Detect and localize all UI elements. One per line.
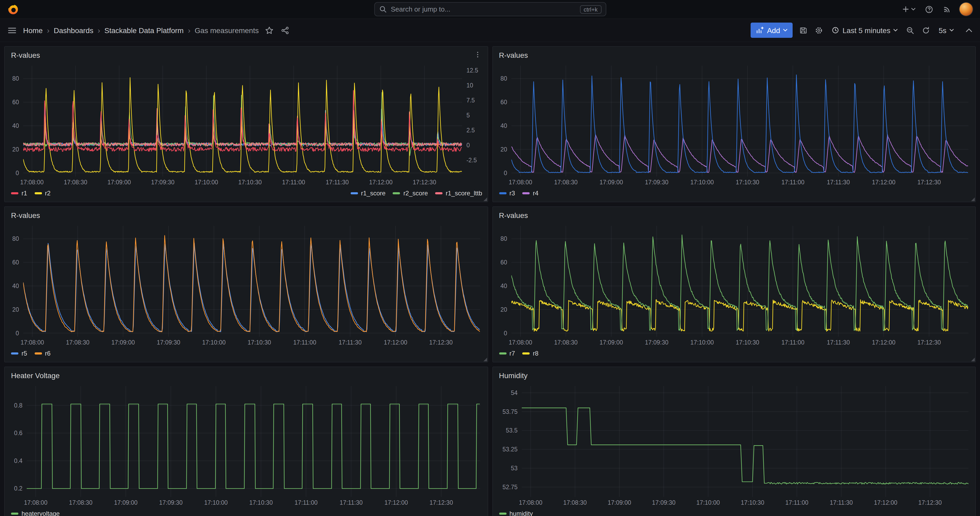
top-navigation-bar: Search or jump to... ctrl+k xyxy=(0,0,980,19)
svg-text:17:10:30: 17:10:30 xyxy=(249,499,273,506)
series-name: heatervoltage xyxy=(22,510,60,516)
svg-text:7.5: 7.5 xyxy=(466,97,475,104)
panel-chart[interactable]: 17:08:0017:08:3017:09:0017:09:3017:10:00… xyxy=(10,383,482,508)
grafana-app: Search or jump to... ctrl+k xyxy=(0,0,980,516)
series-color-swatch xyxy=(499,192,506,194)
legend-item[interactable]: heatervoltage xyxy=(11,510,60,516)
search-shortcut: ctrl+k xyxy=(580,5,601,13)
panel-legend: heatervoltage xyxy=(10,508,482,516)
refresh-button[interactable] xyxy=(921,25,931,35)
share-dashboard-button[interactable] xyxy=(280,25,290,35)
chart-svg: 17:08:0017:08:3017:09:0017:09:3017:10:00… xyxy=(498,383,970,508)
svg-text:17:12:30: 17:12:30 xyxy=(917,339,941,346)
breadcrumb-home[interactable]: Home xyxy=(23,26,43,34)
mega-menu-toggle[interactable] xyxy=(6,24,18,36)
svg-text:17:11:30: 17:11:30 xyxy=(340,499,363,506)
panel-chart[interactable]: 17:08:0017:08:3017:09:0017:09:3017:10:00… xyxy=(10,62,482,188)
panel-resize-handle[interactable] xyxy=(971,197,975,201)
legend-left-group: r1r2 xyxy=(11,190,51,197)
add-panel-button[interactable]: Add xyxy=(751,22,792,38)
refresh-interval-picker[interactable]: 5s xyxy=(936,24,956,37)
panel-resize-handle[interactable] xyxy=(483,197,487,201)
panel-chart[interactable]: 17:08:0017:08:3017:09:0017:09:3017:10:00… xyxy=(498,223,970,348)
svg-text:52.75: 52.75 xyxy=(502,484,517,491)
svg-text:17:08:00: 17:08:00 xyxy=(20,179,44,186)
svg-text:12.5: 12.5 xyxy=(466,67,478,74)
legend-item[interactable]: humidity xyxy=(499,510,533,516)
legend-item[interactable]: r6 xyxy=(34,350,50,357)
kiosk-toggle-button[interactable] xyxy=(964,27,974,33)
dashboard-settings-button[interactable] xyxy=(814,25,824,35)
svg-text:40: 40 xyxy=(500,283,507,289)
svg-text:40: 40 xyxy=(12,283,19,289)
legend-item[interactable]: r1_score_lttb xyxy=(435,190,482,197)
svg-text:17:12:00: 17:12:00 xyxy=(369,179,393,186)
legend-item[interactable]: r4 xyxy=(522,190,538,197)
panel-header[interactable]: Heater Voltage xyxy=(10,370,482,383)
series-color-swatch xyxy=(499,352,506,355)
series-color-swatch xyxy=(435,192,442,194)
svg-text:0: 0 xyxy=(16,170,19,177)
legend-item[interactable]: r1 xyxy=(11,190,27,197)
save-dashboard-button[interactable] xyxy=(798,25,808,35)
svg-text:17:09:30: 17:09:30 xyxy=(157,339,180,346)
panel-header[interactable]: R-values xyxy=(498,50,970,62)
news-rss-button[interactable] xyxy=(942,4,952,14)
series-color-swatch xyxy=(11,513,18,515)
svg-text:17:12:00: 17:12:00 xyxy=(385,499,408,506)
grafana-logo-icon[interactable] xyxy=(7,3,19,15)
clock-icon xyxy=(832,26,839,34)
svg-text:0.4: 0.4 xyxy=(14,457,22,464)
svg-text:10: 10 xyxy=(466,82,473,89)
panel-header[interactable]: Humidity xyxy=(498,370,970,383)
svg-text:17:11:00: 17:11:00 xyxy=(282,179,305,186)
add-panel-icon xyxy=(756,26,764,34)
svg-text:80: 80 xyxy=(12,75,19,82)
series-name: humidity xyxy=(509,510,533,516)
panel-menu-button[interactable] xyxy=(472,50,483,61)
time-range-picker[interactable]: Last 5 minutes xyxy=(829,24,900,37)
panel-resize-handle[interactable] xyxy=(483,358,487,362)
series-color-swatch xyxy=(351,192,358,194)
new-menu-button[interactable] xyxy=(901,4,916,14)
chevron-down-icon xyxy=(893,29,897,32)
breadcrumb-folder[interactable]: Stackable Data Platform xyxy=(105,26,184,34)
legend-item[interactable]: r8 xyxy=(522,350,538,357)
help-button[interactable] xyxy=(924,4,934,14)
chevron-down-icon xyxy=(950,29,954,32)
svg-text:5: 5 xyxy=(466,112,470,119)
search-bar[interactable]: Search or jump to... ctrl+k xyxy=(374,2,606,16)
legend-item[interactable]: r3 xyxy=(499,190,515,197)
panel-header[interactable]: R-values xyxy=(10,210,482,223)
zoom-out-button[interactable] xyxy=(905,25,915,35)
svg-text:17:10:00: 17:10:00 xyxy=(690,179,714,186)
panel-chart[interactable]: 17:08:0017:08:3017:09:0017:09:3017:10:00… xyxy=(10,223,482,348)
breadcrumb-separator: › xyxy=(47,26,49,35)
panel-header[interactable]: R-values xyxy=(498,210,970,223)
legend-item[interactable]: r2 xyxy=(34,190,50,197)
svg-text:17:09:00: 17:09:00 xyxy=(114,499,138,506)
user-avatar[interactable] xyxy=(959,3,973,16)
legend-item[interactable]: r2_score xyxy=(393,190,428,197)
breadcrumb-dashboards[interactable]: Dashboards xyxy=(54,26,94,34)
favorite-star-button[interactable] xyxy=(264,25,275,35)
panel-chart[interactable]: 17:08:0017:08:3017:09:0017:09:3017:10:00… xyxy=(498,62,970,188)
panel-header[interactable]: R-values xyxy=(10,50,482,62)
svg-text:17:11:30: 17:11:30 xyxy=(826,179,850,186)
panel-resize-handle[interactable] xyxy=(971,358,975,362)
breadcrumb-separator: › xyxy=(98,26,100,35)
panel-chart[interactable]: 17:08:0017:08:3017:09:0017:09:3017:10:00… xyxy=(498,383,970,508)
svg-text:17:08:30: 17:08:30 xyxy=(554,179,578,186)
panel-title: R-values xyxy=(11,211,40,220)
share-icon xyxy=(281,26,289,34)
svg-text:0.6: 0.6 xyxy=(14,430,22,436)
svg-text:17:08:30: 17:08:30 xyxy=(64,179,88,186)
series-color-swatch xyxy=(34,192,42,194)
legend-item[interactable]: r1_score xyxy=(351,190,385,197)
legend-item[interactable]: r5 xyxy=(11,350,27,357)
legend-item[interactable]: r7 xyxy=(499,350,515,357)
panel-title: R-values xyxy=(11,51,40,59)
add-button-label: Add xyxy=(767,26,780,34)
svg-text:17:09:30: 17:09:30 xyxy=(159,499,183,506)
chevron-up-icon xyxy=(965,28,973,33)
